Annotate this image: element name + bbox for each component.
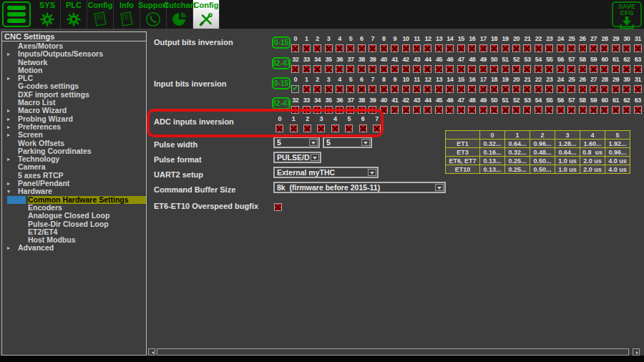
output-bit-checkbox-60[interactable]	[600, 65, 608, 73]
output-bit-checkbox-53[interactable]	[523, 65, 531, 73]
chevron-right-icon[interactable]: ▸	[7, 115, 18, 123]
output-bit-checkbox-45[interactable]	[435, 65, 443, 73]
output-bit-checkbox-15[interactable]	[457, 44, 465, 52]
input-bit-checkbox-27[interactable]	[590, 85, 597, 93]
output-bit-checkbox-0[interactable]	[291, 44, 299, 52]
output-bit-checkbox-39[interactable]	[369, 65, 376, 73]
output-bit-checkbox-58[interactable]	[579, 65, 587, 73]
output-bit-checkbox-23[interactable]	[545, 44, 553, 52]
output-bit-checkbox-21[interactable]	[523, 44, 531, 52]
tab-sys[interactable]: SYS	[34, 0, 61, 29]
pulse-format-dropdown[interactable]: PULSE/DIR	[273, 152, 321, 163]
input-bit-checkbox-24[interactable]	[557, 85, 565, 93]
adc-input-checkbox-3[interactable]	[317, 124, 325, 132]
input-bit-checkbox-63[interactable]	[634, 106, 642, 114]
output-bit-checkbox-18[interactable]	[490, 44, 498, 52]
output-bit-checkbox-43[interactable]	[413, 65, 421, 73]
chevron-right-icon[interactable]: ▸	[7, 123, 18, 131]
input-bit-checkbox-11[interactable]	[413, 85, 421, 93]
input-bit-checkbox-62[interactable]	[623, 106, 630, 114]
sidebar-item-screen[interactable]: ▸Screen	[2, 131, 146, 139]
input-bit-checkbox-22[interactable]	[535, 85, 542, 93]
input-bit-checkbox-17[interactable]	[479, 85, 487, 93]
adc-input-checkbox-4[interactable]	[331, 124, 339, 132]
input-bit-checkbox-44[interactable]	[424, 106, 431, 114]
output-bit-checkbox-6[interactable]	[358, 44, 366, 52]
input-bit-checkbox-21[interactable]	[523, 85, 531, 93]
sidebar-item-inputs-outputs-sensors[interactable]: ▸Inputs/Outputs/Sensors	[2, 50, 146, 58]
input-bit-checkbox-49[interactable]	[479, 106, 487, 114]
input-bit-checkbox-9[interactable]	[391, 85, 399, 93]
input-bit-checkbox-18[interactable]	[490, 85, 498, 93]
output-bit-checkbox-17[interactable]	[479, 44, 487, 52]
output-bit-checkbox-62[interactable]	[623, 65, 630, 73]
overspeed-bugfix-checkbox[interactable]	[274, 203, 282, 211]
output-bit-checkbox-10[interactable]	[402, 44, 410, 52]
output-bit-checkbox-54[interactable]	[535, 65, 542, 73]
input-bit-checkbox-52[interactable]	[512, 106, 520, 114]
pulse-width-dropdown-1[interactable]: 5	[273, 137, 320, 148]
output-bit-checkbox-19[interactable]	[502, 44, 509, 52]
output-bit-checkbox-48[interactable]	[468, 65, 476, 73]
input-bit-checkbox-59[interactable]	[590, 106, 597, 114]
output-bit-checkbox-51[interactable]	[502, 65, 509, 73]
chevron-right-icon[interactable]: ▸	[7, 74, 18, 82]
command-buffer-size-dropdown[interactable]: 8k (firmware before 2015-11)	[273, 182, 446, 193]
input-bit-checkbox-41[interactable]	[391, 106, 399, 114]
output-bit-checkbox-11[interactable]	[413, 44, 421, 52]
input-bit-checkbox-31[interactable]	[634, 85, 642, 93]
chevron-down-icon[interactable]	[361, 139, 370, 146]
input-bit-checkbox-42[interactable]	[402, 106, 410, 114]
input-bit-checkbox-7[interactable]	[369, 85, 376, 93]
input-bit-checkbox-40[interactable]	[380, 106, 388, 114]
input-bit-checkbox-3[interactable]	[325, 85, 333, 93]
chevron-down-icon[interactable]	[311, 154, 319, 161]
chevron-right-icon[interactable]: ▸	[7, 131, 18, 139]
chevron-right-icon[interactable]: ▸	[7, 107, 18, 114]
sidebar-item-common-hardware-settings[interactable]: Common Hardware Settings	[2, 196, 146, 204]
output-bits-range-button-0-15[interactable]: 0-15	[272, 36, 291, 49]
input-bit-checkbox-61[interactable]	[612, 106, 620, 114]
input-bit-checkbox-6[interactable]	[358, 85, 366, 93]
scrollbar-thumb[interactable]	[157, 348, 629, 356]
input-bit-checkbox-20[interactable]	[512, 85, 520, 93]
output-bit-checkbox-41[interactable]	[391, 65, 399, 73]
output-bit-checkbox-33[interactable]	[303, 65, 311, 73]
sidebar-item-advanced[interactable]: ▸Advanced	[2, 244, 146, 252]
input-bit-checkbox-16[interactable]	[468, 85, 476, 93]
output-bit-checkbox-27[interactable]	[590, 44, 597, 52]
pulse-width-dropdown-2[interactable]: 5	[323, 137, 372, 148]
menu-button[interactable]	[2, 1, 31, 27]
output-bit-checkbox-50[interactable]	[490, 65, 498, 73]
output-bit-checkbox-29[interactable]	[612, 44, 620, 52]
adc-input-checkbox-2[interactable]	[303, 124, 311, 132]
adc-input-checkbox-5[interactable]	[345, 124, 353, 132]
tab-config-file[interactable]: Config	[87, 0, 114, 29]
input-bit-checkbox-60[interactable]	[600, 106, 608, 114]
output-bit-checkbox-16[interactable]	[468, 44, 476, 52]
input-bit-checkbox-47[interactable]	[457, 106, 465, 114]
output-bit-checkbox-38[interactable]	[358, 65, 366, 73]
output-bit-checkbox-14[interactable]	[446, 44, 454, 52]
input-bit-checkbox-29[interactable]	[612, 85, 620, 93]
output-bit-checkbox-61[interactable]	[612, 65, 620, 73]
input-bit-checkbox-32[interactable]	[291, 106, 299, 114]
output-bit-checkbox-22[interactable]	[535, 44, 542, 52]
output-bit-checkbox-57[interactable]	[567, 65, 575, 73]
chevron-right-icon[interactable]: ▸	[7, 180, 18, 187]
output-bit-checkbox-46[interactable]	[446, 65, 454, 73]
input-bit-checkbox-46[interactable]	[446, 106, 454, 114]
output-bit-checkbox-25[interactable]	[567, 44, 575, 52]
scroll-right-button[interactable]	[633, 348, 640, 356]
output-bit-checkbox-56[interactable]	[557, 65, 565, 73]
sidebar-item-pulse-dir-closed-loop[interactable]: Pulse-Dir Closed Loop	[2, 220, 146, 228]
output-bit-checkbox-52[interactable]	[512, 65, 520, 73]
output-bit-checkbox-2[interactable]	[313, 44, 321, 52]
scroll-left-button[interactable]	[148, 348, 155, 356]
sidebar-item-hardware[interactable]: ▾Hardware	[2, 187, 146, 195]
output-bits-range-button-32-47[interactable]: 32-47	[272, 57, 291, 69]
input-bit-checkbox-19[interactable]	[502, 85, 509, 93]
sidebar-item-macro-wizard[interactable]: ▸Macro Wizard	[2, 107, 146, 114]
input-bit-checkbox-38[interactable]	[358, 106, 366, 114]
output-bit-checkbox-44[interactable]	[424, 65, 431, 73]
